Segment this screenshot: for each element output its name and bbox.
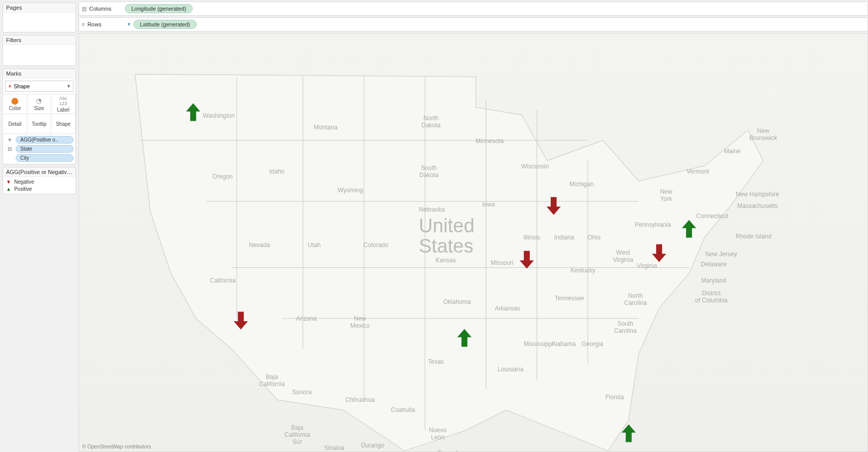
state-label: Durango [361, 442, 384, 449]
marks-card: Marks ✶Shape ▼ ⬤Color ◔Size Abc123Label … [3, 68, 76, 164]
state-label: Arkansas [495, 305, 520, 312]
marks-color-button[interactable]: ⬤Color [3, 94, 27, 114]
size-icon: ◔ [36, 97, 42, 105]
state-label: NewBrunswick [749, 127, 777, 142]
state-label: Sonora [292, 389, 312, 396]
marks-pill-agg[interactable]: AGG(Positive o.. [16, 136, 74, 144]
pages-header: Pages [3, 3, 76, 13]
pages-shelf[interactable]: Pages [3, 3, 76, 32]
rows-dropdown-icon[interactable]: ▼ [125, 22, 133, 27]
state-label: New Jersey [705, 251, 737, 258]
state-label: Montana [314, 124, 338, 131]
state-label: Tennessee [555, 295, 584, 302]
state-label: Ohio [588, 234, 600, 241]
state-label: Maryland [701, 277, 726, 284]
right-area: ▥Columns Longitude (generated) ≡Rows ▼ L… [79, 0, 868, 452]
detail-icon: ⊟ [5, 146, 14, 152]
chevron-down-icon: ▼ [66, 84, 71, 89]
label-icon: Abc123 [59, 96, 67, 106]
state-label: Vermont [686, 168, 709, 175]
state-label: Georgia [582, 340, 603, 347]
filters-shelf[interactable]: Filters [3, 35, 76, 66]
arrow-down-icon: ▼ [6, 179, 11, 185]
state-label: SouthCarolina [614, 320, 637, 334]
columns-shelf[interactable]: ▥Columns Longitude (generated) [79, 2, 868, 16]
state-label: Oregon [212, 173, 233, 180]
filters-header: Filters [3, 36, 76, 45]
state-label: NewYork [660, 188, 672, 202]
state-label: NewMexico [350, 315, 370, 329]
legend-card: AGG(Positive or Negative... ▼Negative ▲P… [3, 167, 76, 194]
state-label: NorthDakota [421, 115, 441, 129]
state-label: Kansas [436, 257, 456, 264]
rows-icon: ≡ [82, 21, 85, 27]
marker-negative[interactable] [652, 244, 666, 262]
state-label: California [210, 277, 236, 284]
state-label: NuevoLeón [429, 427, 447, 441]
marks-size-button[interactable]: ◔Size [27, 94, 52, 114]
state-label: Missouri [491, 259, 514, 266]
state-label: Michigan [569, 181, 594, 188]
marks-shape-button[interactable]: Shape [51, 114, 76, 134]
state-label: Alabama [552, 340, 575, 347]
rows-pill[interactable]: Latitude (generated) [133, 20, 197, 29]
state-label: Louisiana [497, 366, 523, 373]
marks-header: Marks [3, 69, 76, 79]
marker-negative[interactable] [234, 311, 248, 330]
marker-positive[interactable] [186, 103, 200, 121]
marker-positive[interactable] [622, 424, 636, 442]
color-icon: ⬤ [11, 97, 19, 105]
state-label: Florida [605, 394, 624, 401]
marks-type-select[interactable]: ✶Shape ▼ [5, 81, 74, 92]
rows-shelf[interactable]: ≡Rows ▼ Latitude (generated) [79, 17, 868, 31]
state-label: Mississippi [524, 340, 553, 347]
state-label: Indiana [554, 234, 574, 241]
state-label: Coahuila [391, 406, 415, 413]
marker-negative[interactable] [547, 197, 561, 215]
marks-label-button[interactable]: Abc123Label [51, 94, 76, 114]
marks-pill-city[interactable]: City [16, 154, 74, 162]
state-label: Texas [428, 358, 444, 365]
state-label: Idaho [269, 168, 284, 175]
state-label: Kentucky [570, 267, 595, 274]
state-label: Wyoming [338, 187, 363, 194]
state-label: Nebraska [419, 206, 445, 213]
marks-detail-button[interactable]: Detail [3, 114, 27, 134]
country-label-us-2: States [419, 236, 474, 256]
state-label: Oklahoma [443, 298, 471, 305]
left-panel: Pages Filters Marks ✶Shape ▼ ⬤Color ◔Siz… [0, 0, 79, 452]
state-label: Pennsylvania [635, 221, 671, 228]
legend-item-negative[interactable]: ▼Negative [6, 179, 73, 185]
columns-pill[interactable]: Longitude (generated) [125, 4, 193, 13]
state-label: Nevada [249, 241, 270, 249]
state-label: Chihuahua [345, 396, 375, 403]
state-label: Tamaulipas [438, 449, 468, 452]
state-label: WestVirginia [613, 249, 633, 263]
marks-pill-state[interactable]: State [16, 145, 74, 153]
state-label: Connecticut [696, 213, 728, 220]
state-label: New Hampshire [736, 191, 779, 198]
state-label: Sinaloa [324, 444, 344, 451]
legend-title: AGG(Positive or Negative... [3, 167, 76, 177]
state-label: Delaware [701, 261, 727, 268]
state-label: Arizona [296, 315, 317, 322]
state-label: Wisconsin [521, 163, 549, 170]
map-viz[interactable]: United States Mexico WashingtonOregonIda… [79, 33, 868, 452]
columns-icon: ▥ [82, 6, 87, 12]
state-label: BajaCaliforniaSur [284, 424, 310, 445]
state-label: Colorado [364, 241, 388, 249]
state-label: SouthDakota [419, 164, 439, 179]
state-label: Rhode Island [736, 233, 772, 240]
map-attribution: © OpenStreetMap contributors [82, 444, 151, 449]
marker-negative[interactable] [520, 251, 534, 269]
state-label: Utah [308, 241, 320, 249]
marks-tooltip-button[interactable]: Tooltip [27, 114, 52, 134]
state-label: Illinois [523, 234, 540, 241]
marker-positive[interactable] [457, 329, 472, 347]
marker-positive[interactable] [682, 220, 696, 238]
legend-item-positive[interactable]: ▲Positive [6, 186, 73, 192]
state-label: Minnesota [476, 137, 503, 145]
state-label: Iowa [482, 201, 495, 208]
state-label: Districtof Columbia [695, 290, 728, 304]
shape-icon: ✶ [5, 137, 14, 143]
